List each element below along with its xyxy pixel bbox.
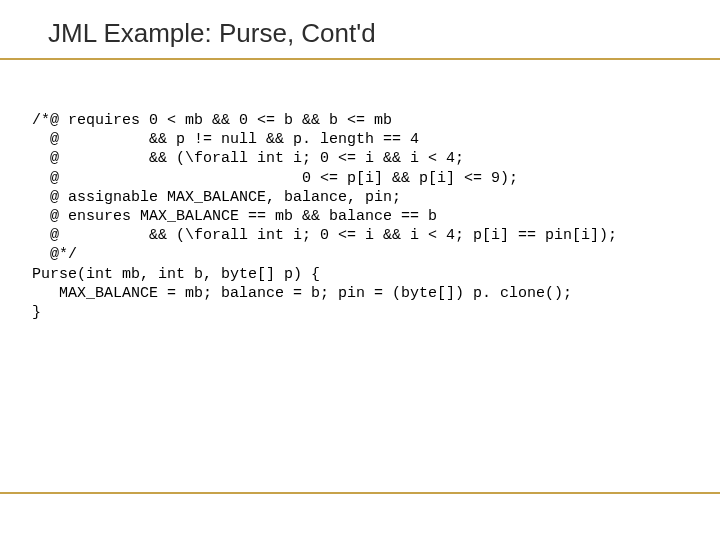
footer-rule (0, 492, 720, 494)
code-line: @ && (\forall int i; 0 <= i && i < 4; (32, 150, 464, 167)
title-underline (0, 58, 720, 60)
code-line: /*@ requires 0 < mb && 0 <= b && b <= mb (32, 112, 392, 129)
slide: JML Example: Purse, Cont'd /*@ requires … (0, 0, 720, 540)
code-line: } (32, 304, 41, 321)
code-line: Purse(int mb, int b, byte[] p) { (32, 266, 320, 283)
code-line: @ 0 <= p[i] && p[i] <= 9); (32, 170, 518, 187)
code-line: @*/ (32, 246, 77, 263)
code-line: @ && p != null && p. length == 4 (32, 131, 419, 148)
slide-title: JML Example: Purse, Cont'd (48, 18, 672, 49)
code-line: @ && (\forall int i; 0 <= i && i < 4; p[… (32, 227, 617, 244)
code-line: @ assignable MAX_BALANCE, balance, pin; (32, 189, 401, 206)
code-block: /*@ requires 0 < mb && 0 <= b && b <= mb… (32, 111, 700, 322)
code-line: MAX_BALANCE = mb; balance = b; pin = (by… (32, 285, 572, 302)
code-line: @ ensures MAX_BALANCE == mb && balance =… (32, 208, 437, 225)
